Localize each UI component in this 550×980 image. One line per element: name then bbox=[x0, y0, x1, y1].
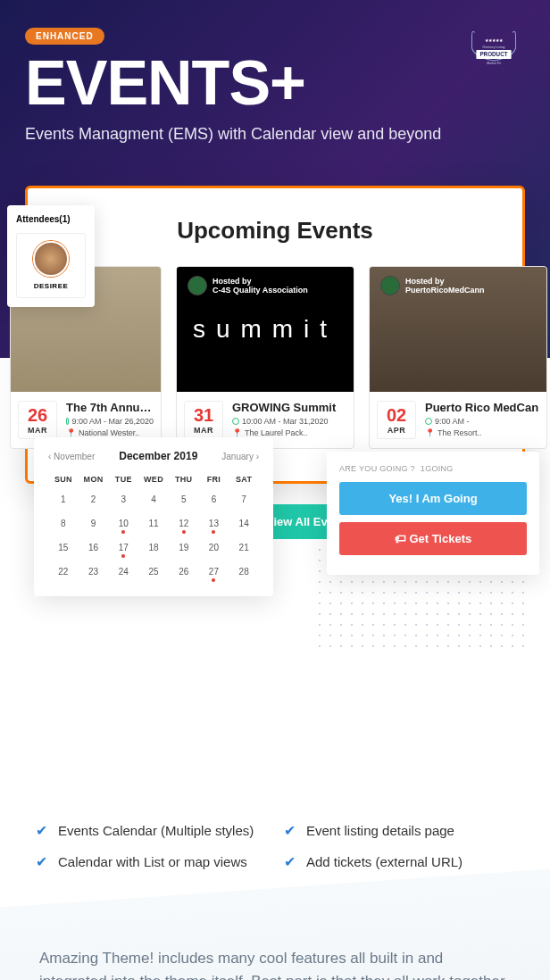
event-card[interactable]: Hosted byPuertoRicoMedCann 02 APR Puerto… bbox=[369, 266, 547, 449]
check-icon: ✔ bbox=[36, 853, 47, 870]
check-icon: ✔ bbox=[284, 853, 296, 870]
calendar-day[interactable]: 8 bbox=[48, 515, 79, 532]
calendar-day[interactable]: 27 bbox=[199, 563, 229, 580]
event-date-box: 31 MAR bbox=[184, 401, 223, 439]
event-title: GROWING Summit bbox=[232, 401, 346, 414]
calendar-day[interactable]: 13 bbox=[199, 515, 229, 532]
calendar-day[interactable]: 28 bbox=[229, 563, 259, 580]
pin-icon: 📍 bbox=[425, 428, 435, 437]
event-cards-row: Hosted byCompany 26 MAR The 7th Annual..… bbox=[46, 266, 504, 449]
calendar-day[interactable]: 5 bbox=[169, 491, 199, 508]
calendar-day[interactable]: 9 bbox=[79, 515, 109, 532]
calendar-day[interactable]: 10 bbox=[108, 515, 138, 532]
calendar-month-label: December 2019 bbox=[119, 450, 197, 462]
calendar-day[interactable]: 2 bbox=[79, 491, 109, 508]
clock-icon bbox=[66, 418, 69, 425]
event-image-text: summit bbox=[193, 315, 338, 344]
check-icon: ✔ bbox=[284, 822, 296, 839]
calendar-day[interactable]: 17 bbox=[108, 539, 138, 556]
features-grid: ✔Events Calendar (Multiple styles)✔Event… bbox=[0, 822, 550, 870]
attendees-popover: Attendees(1) DESIREE bbox=[7, 205, 95, 307]
calendar-day-header: MON bbox=[79, 475, 109, 484]
svg-text:PRODUCT: PRODUCT bbox=[479, 51, 507, 57]
attendee-name: DESIREE bbox=[24, 282, 78, 290]
calendar-day[interactable]: 18 bbox=[138, 539, 169, 556]
clock-icon bbox=[232, 418, 239, 425]
feature-item: ✔Events Calendar (Multiple styles) bbox=[36, 822, 266, 839]
calendar-day[interactable]: 24 bbox=[108, 563, 138, 580]
feature-item: ✔Event listing details page bbox=[284, 822, 514, 839]
calendar-day[interactable]: 26 bbox=[169, 563, 199, 580]
attendee-card[interactable]: DESIREE bbox=[16, 233, 86, 298]
testimonial-quote: Amazing Theme! includes many cool featur… bbox=[39, 947, 511, 980]
calendar-prev-button[interactable]: ‹ November bbox=[48, 452, 95, 461]
clock-icon bbox=[425, 418, 432, 425]
calendar-day[interactable]: 21 bbox=[229, 539, 259, 556]
host-avatar-icon bbox=[380, 276, 400, 295]
calendar-day-header: SUN bbox=[48, 475, 79, 484]
event-image: Hosted byC-4S Quality Association summit bbox=[177, 267, 354, 392]
rsvp-yes-button[interactable]: Yes! I Am Going bbox=[339, 482, 527, 515]
calendar-widget: ‹ November December 2019 January › SUNMO… bbox=[34, 437, 273, 596]
calendar-day[interactable]: 14 bbox=[229, 515, 259, 532]
calendar-day[interactable]: 23 bbox=[79, 563, 109, 580]
check-icon: ✔ bbox=[36, 822, 47, 839]
calendar-day[interactable]: 19 bbox=[169, 539, 199, 556]
calendar-day-header: FRI bbox=[199, 475, 229, 484]
svg-text:Market Fit: Market Fit bbox=[487, 62, 501, 65]
host-label: Hosted byPuertoRicoMedCann bbox=[380, 276, 485, 295]
feature-item: ✔Add tickets (external URL) bbox=[284, 853, 514, 870]
calendar-day[interactable]: 3 bbox=[108, 491, 138, 508]
calendar-day[interactable]: 25 bbox=[138, 563, 169, 580]
rsvp-question: ARE YOU GOING ?1GOING bbox=[339, 464, 527, 473]
product-badge: ★★★★★ Directory Listing PRODUCT Market F… bbox=[462, 23, 525, 86]
calendar-day[interactable]: 4 bbox=[138, 491, 169, 508]
calendar-day[interactable]: 15 bbox=[48, 539, 79, 556]
calendar-day[interactable]: 6 bbox=[199, 491, 229, 508]
hero-title: EVENTS+ bbox=[25, 52, 525, 114]
calendar-day-header: WED bbox=[138, 475, 169, 484]
calendar-next-button[interactable]: January › bbox=[221, 452, 259, 461]
event-date-box: 02 APR bbox=[377, 401, 416, 439]
event-title: The 7th Annual... bbox=[66, 401, 154, 414]
event-card[interactable]: Hosted byC-4S Quality Association summit… bbox=[176, 266, 354, 449]
host-avatar-icon bbox=[188, 276, 207, 295]
svg-text:Directory Listing: Directory Listing bbox=[482, 46, 504, 49]
calendar-day[interactable]: 7 bbox=[229, 491, 259, 508]
pin-icon: 📍 bbox=[232, 428, 242, 437]
showcase-heading: Upcoming Events bbox=[46, 217, 504, 245]
calendar-day[interactable]: 16 bbox=[79, 539, 109, 556]
attendees-heading: Attendees(1) bbox=[16, 214, 86, 224]
event-date-box: 26 MAR bbox=[18, 401, 57, 439]
calendar-day[interactable]: 22 bbox=[48, 563, 79, 580]
hero-subtitle: Events Managment (EMS) with Calendar vie… bbox=[25, 125, 525, 144]
calendar-day-header: THU bbox=[169, 475, 199, 484]
host-label: Hosted byC-4S Quality Association bbox=[188, 276, 308, 295]
calendar-day-header: TUE bbox=[108, 475, 138, 484]
feature-item: ✔Calendar with List or map views bbox=[36, 853, 266, 870]
event-image: Hosted byPuertoRicoMedCann bbox=[370, 267, 546, 392]
calendar-day[interactable]: 20 bbox=[199, 539, 229, 556]
calendar-day[interactable]: 12 bbox=[169, 515, 199, 532]
get-tickets-button[interactable]: 🏷 Get Tickets bbox=[339, 522, 527, 555]
svg-text:★★★★★: ★★★★★ bbox=[485, 38, 504, 43]
pin-icon: 📍 bbox=[66, 428, 76, 437]
calendar-day[interactable]: 11 bbox=[138, 515, 169, 532]
calendar-day-header: SAT bbox=[229, 475, 259, 484]
attendee-avatar bbox=[33, 241, 69, 277]
enhanced-badge: ENHANCED bbox=[25, 28, 104, 45]
testimonial-section: Amazing Theme! includes many cool featur… bbox=[0, 915, 550, 980]
calendar-day[interactable]: 1 bbox=[48, 491, 79, 508]
rsvp-popover: ARE YOU GOING ?1GOING Yes! I Am Going 🏷 … bbox=[327, 452, 539, 575]
event-title: Puerto Rico MedCan bbox=[425, 401, 539, 414]
